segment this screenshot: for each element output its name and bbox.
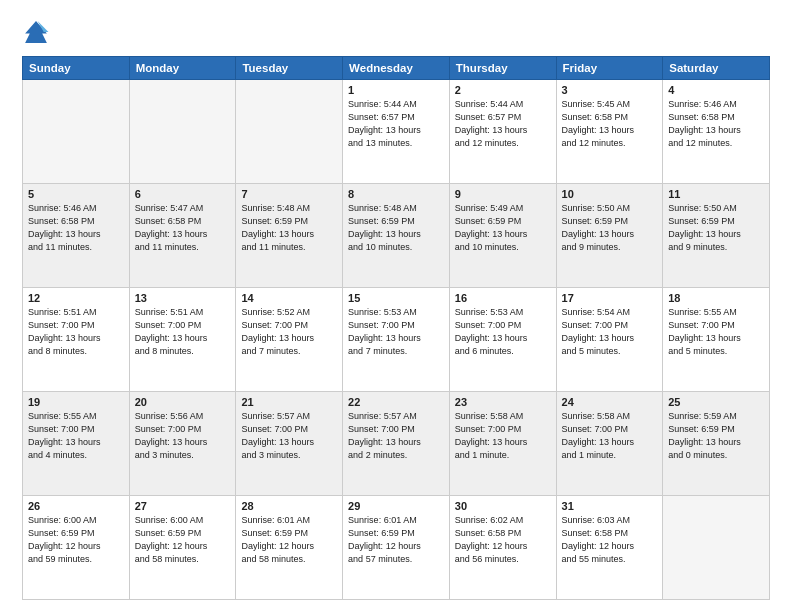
calendar-cell <box>129 80 236 184</box>
day-info: Sunrise: 5:46 AM Sunset: 6:58 PM Dayligh… <box>28 202 124 254</box>
day-number: 21 <box>241 396 337 408</box>
calendar-day-header: Saturday <box>663 57 770 80</box>
day-info: Sunrise: 6:00 AM Sunset: 6:59 PM Dayligh… <box>135 514 231 566</box>
calendar-cell: 11Sunrise: 5:50 AM Sunset: 6:59 PM Dayli… <box>663 184 770 288</box>
day-info: Sunrise: 5:50 AM Sunset: 6:59 PM Dayligh… <box>668 202 764 254</box>
day-info: Sunrise: 5:44 AM Sunset: 6:57 PM Dayligh… <box>348 98 444 150</box>
calendar-cell: 10Sunrise: 5:50 AM Sunset: 6:59 PM Dayli… <box>556 184 663 288</box>
day-info: Sunrise: 5:56 AM Sunset: 7:00 PM Dayligh… <box>135 410 231 462</box>
day-info: Sunrise: 5:58 AM Sunset: 7:00 PM Dayligh… <box>562 410 658 462</box>
calendar-week-row: 5Sunrise: 5:46 AM Sunset: 6:58 PM Daylig… <box>23 184 770 288</box>
day-info: Sunrise: 5:53 AM Sunset: 7:00 PM Dayligh… <box>455 306 551 358</box>
day-info: Sunrise: 5:54 AM Sunset: 7:00 PM Dayligh… <box>562 306 658 358</box>
day-info: Sunrise: 5:57 AM Sunset: 7:00 PM Dayligh… <box>348 410 444 462</box>
calendar-cell: 21Sunrise: 5:57 AM Sunset: 7:00 PM Dayli… <box>236 392 343 496</box>
day-info: Sunrise: 5:46 AM Sunset: 6:58 PM Dayligh… <box>668 98 764 150</box>
calendar-cell: 18Sunrise: 5:55 AM Sunset: 7:00 PM Dayli… <box>663 288 770 392</box>
day-info: Sunrise: 5:45 AM Sunset: 6:58 PM Dayligh… <box>562 98 658 150</box>
day-info: Sunrise: 5:55 AM Sunset: 7:00 PM Dayligh… <box>668 306 764 358</box>
calendar-cell: 1Sunrise: 5:44 AM Sunset: 6:57 PM Daylig… <box>343 80 450 184</box>
day-info: Sunrise: 5:49 AM Sunset: 6:59 PM Dayligh… <box>455 202 551 254</box>
calendar-cell: 8Sunrise: 5:48 AM Sunset: 6:59 PM Daylig… <box>343 184 450 288</box>
day-number: 14 <box>241 292 337 304</box>
day-number: 18 <box>668 292 764 304</box>
day-info: Sunrise: 6:02 AM Sunset: 6:58 PM Dayligh… <box>455 514 551 566</box>
day-info: Sunrise: 6:01 AM Sunset: 6:59 PM Dayligh… <box>241 514 337 566</box>
day-number: 17 <box>562 292 658 304</box>
calendar-header-row: SundayMondayTuesdayWednesdayThursdayFrid… <box>23 57 770 80</box>
calendar-cell: 22Sunrise: 5:57 AM Sunset: 7:00 PM Dayli… <box>343 392 450 496</box>
day-number: 16 <box>455 292 551 304</box>
day-number: 24 <box>562 396 658 408</box>
day-number: 10 <box>562 188 658 200</box>
calendar-cell: 19Sunrise: 5:55 AM Sunset: 7:00 PM Dayli… <box>23 392 130 496</box>
calendar-week-row: 19Sunrise: 5:55 AM Sunset: 7:00 PM Dayli… <box>23 392 770 496</box>
calendar-cell: 6Sunrise: 5:47 AM Sunset: 6:58 PM Daylig… <box>129 184 236 288</box>
calendar-cell: 12Sunrise: 5:51 AM Sunset: 7:00 PM Dayli… <box>23 288 130 392</box>
day-number: 26 <box>28 500 124 512</box>
day-number: 22 <box>348 396 444 408</box>
day-number: 13 <box>135 292 231 304</box>
calendar-day-header: Thursday <box>449 57 556 80</box>
calendar-cell: 23Sunrise: 5:58 AM Sunset: 7:00 PM Dayli… <box>449 392 556 496</box>
calendar-cell: 13Sunrise: 5:51 AM Sunset: 7:00 PM Dayli… <box>129 288 236 392</box>
calendar-day-header: Tuesday <box>236 57 343 80</box>
day-number: 7 <box>241 188 337 200</box>
day-number: 31 <box>562 500 658 512</box>
calendar-cell <box>23 80 130 184</box>
calendar-cell: 17Sunrise: 5:54 AM Sunset: 7:00 PM Dayli… <box>556 288 663 392</box>
calendar-cell: 30Sunrise: 6:02 AM Sunset: 6:58 PM Dayli… <box>449 496 556 600</box>
calendar-cell: 27Sunrise: 6:00 AM Sunset: 6:59 PM Dayli… <box>129 496 236 600</box>
day-number: 3 <box>562 84 658 96</box>
calendar-cell: 7Sunrise: 5:48 AM Sunset: 6:59 PM Daylig… <box>236 184 343 288</box>
day-info: Sunrise: 5:50 AM Sunset: 6:59 PM Dayligh… <box>562 202 658 254</box>
day-number: 5 <box>28 188 124 200</box>
day-number: 30 <box>455 500 551 512</box>
calendar-cell <box>236 80 343 184</box>
day-info: Sunrise: 5:48 AM Sunset: 6:59 PM Dayligh… <box>348 202 444 254</box>
day-info: Sunrise: 5:51 AM Sunset: 7:00 PM Dayligh… <box>135 306 231 358</box>
calendar-cell: 31Sunrise: 6:03 AM Sunset: 6:58 PM Dayli… <box>556 496 663 600</box>
day-info: Sunrise: 5:48 AM Sunset: 6:59 PM Dayligh… <box>241 202 337 254</box>
calendar-day-header: Friday <box>556 57 663 80</box>
day-number: 2 <box>455 84 551 96</box>
calendar-day-header: Monday <box>129 57 236 80</box>
day-info: Sunrise: 6:00 AM Sunset: 6:59 PM Dayligh… <box>28 514 124 566</box>
calendar-cell <box>663 496 770 600</box>
day-number: 20 <box>135 396 231 408</box>
day-number: 28 <box>241 500 337 512</box>
day-info: Sunrise: 5:47 AM Sunset: 6:58 PM Dayligh… <box>135 202 231 254</box>
day-number: 9 <box>455 188 551 200</box>
calendar-cell: 25Sunrise: 5:59 AM Sunset: 6:59 PM Dayli… <box>663 392 770 496</box>
calendar-cell: 4Sunrise: 5:46 AM Sunset: 6:58 PM Daylig… <box>663 80 770 184</box>
calendar-week-row: 12Sunrise: 5:51 AM Sunset: 7:00 PM Dayli… <box>23 288 770 392</box>
calendar-week-row: 1Sunrise: 5:44 AM Sunset: 6:57 PM Daylig… <box>23 80 770 184</box>
calendar-cell: 24Sunrise: 5:58 AM Sunset: 7:00 PM Dayli… <box>556 392 663 496</box>
day-info: Sunrise: 5:52 AM Sunset: 7:00 PM Dayligh… <box>241 306 337 358</box>
page: SundayMondayTuesdayWednesdayThursdayFrid… <box>0 0 792 612</box>
day-info: Sunrise: 5:55 AM Sunset: 7:00 PM Dayligh… <box>28 410 124 462</box>
logo <box>22 18 54 46</box>
calendar-cell: 20Sunrise: 5:56 AM Sunset: 7:00 PM Dayli… <box>129 392 236 496</box>
calendar-cell: 16Sunrise: 5:53 AM Sunset: 7:00 PM Dayli… <box>449 288 556 392</box>
day-info: Sunrise: 5:53 AM Sunset: 7:00 PM Dayligh… <box>348 306 444 358</box>
logo-icon <box>22 18 50 46</box>
calendar-cell: 5Sunrise: 5:46 AM Sunset: 6:58 PM Daylig… <box>23 184 130 288</box>
calendar-cell: 9Sunrise: 5:49 AM Sunset: 6:59 PM Daylig… <box>449 184 556 288</box>
day-number: 11 <box>668 188 764 200</box>
calendar-cell: 29Sunrise: 6:01 AM Sunset: 6:59 PM Dayli… <box>343 496 450 600</box>
calendar-cell: 14Sunrise: 5:52 AM Sunset: 7:00 PM Dayli… <box>236 288 343 392</box>
day-number: 25 <box>668 396 764 408</box>
day-number: 19 <box>28 396 124 408</box>
day-info: Sunrise: 6:03 AM Sunset: 6:58 PM Dayligh… <box>562 514 658 566</box>
calendar-cell: 15Sunrise: 5:53 AM Sunset: 7:00 PM Dayli… <box>343 288 450 392</box>
day-number: 12 <box>28 292 124 304</box>
calendar-cell: 26Sunrise: 6:00 AM Sunset: 6:59 PM Dayli… <box>23 496 130 600</box>
calendar-cell: 2Sunrise: 5:44 AM Sunset: 6:57 PM Daylig… <box>449 80 556 184</box>
day-info: Sunrise: 5:44 AM Sunset: 6:57 PM Dayligh… <box>455 98 551 150</box>
svg-marker-0 <box>25 21 47 43</box>
day-info: Sunrise: 5:57 AM Sunset: 7:00 PM Dayligh… <box>241 410 337 462</box>
day-info: Sunrise: 5:59 AM Sunset: 6:59 PM Dayligh… <box>668 410 764 462</box>
calendar-week-row: 26Sunrise: 6:00 AM Sunset: 6:59 PM Dayli… <box>23 496 770 600</box>
calendar-day-header: Sunday <box>23 57 130 80</box>
